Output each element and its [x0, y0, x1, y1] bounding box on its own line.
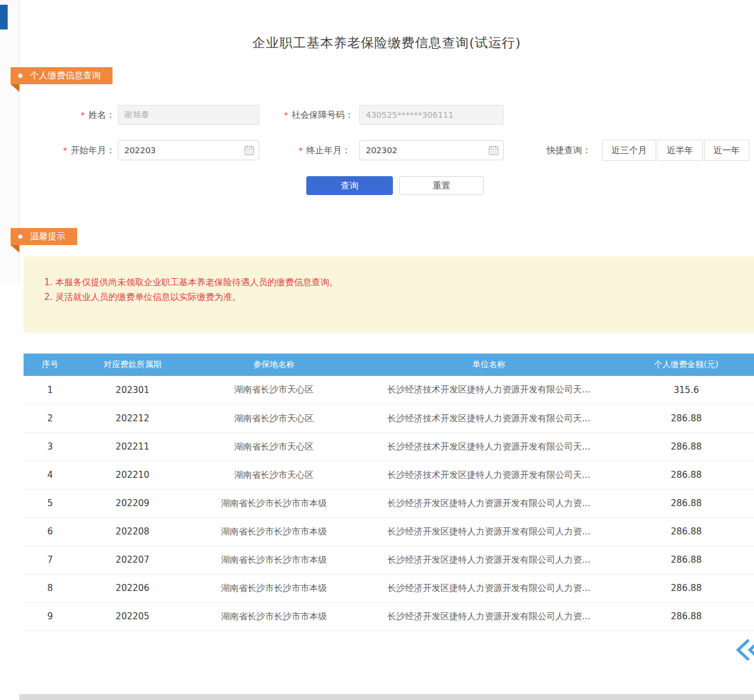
- table-cell: 286.88: [619, 574, 754, 602]
- table-cell: 202206: [77, 574, 188, 602]
- name-field: [118, 105, 259, 125]
- name-label: *姓名：: [53, 110, 115, 121]
- table-cell: 202208: [77, 517, 188, 546]
- quick-halfyear-button[interactable]: 近半年: [657, 140, 703, 161]
- table-cell: 长沙经济开发区捷特人力资源开发有限公司人力资...: [359, 602, 619, 630]
- table-cell: 202205: [77, 602, 188, 630]
- section-ribbon-query: 个人缴费信息查询: [11, 67, 113, 84]
- table-cell: 湖南省长沙市长沙市市本级: [188, 517, 359, 546]
- table-row: 8202206湖南省长沙市长沙市市本级长沙经济开发区捷特人力资源开发有限公司人力…: [24, 574, 754, 602]
- table-cell: 202210: [77, 461, 188, 489]
- table-cell: 长沙经济开发区捷特人力资源开发有限公司人力资...: [359, 574, 619, 602]
- table-cell: 202207: [77, 546, 188, 574]
- quick-query-group: 近三个月 近半年 近一年: [602, 140, 749, 161]
- left-nav-tab[interactable]: [0, 5, 8, 29]
- tips-notice-box: 1. 本服务仅提供尚未领取企业职工基本养老保险待遇人员的缴费信息查询。 2. 灵…: [24, 256, 754, 333]
- table-cell: 湖南省长沙市长沙市市本级: [188, 546, 359, 574]
- section-ribbon-tips-label: 温馨提示: [30, 231, 65, 242]
- required-marker: *: [284, 110, 288, 120]
- page-title: 企业职工基本养老保险缴费信息查询(试运行): [19, 34, 754, 52]
- table-cell: 202301: [77, 376, 188, 404]
- required-marker: *: [299, 146, 303, 155]
- table-cell: 202212: [77, 404, 188, 432]
- table-cell: 286.88: [619, 517, 754, 546]
- header-employer: 单位名称: [359, 354, 619, 376]
- table-cell: 286.88: [619, 461, 754, 489]
- calendar-icon[interactable]: [244, 145, 254, 156]
- payment-table: 序号 对应费款所属期 参保地名称 单位名称 个人缴费金额(元) 1202301湖…: [24, 354, 754, 631]
- table-cell: 湖南省长沙市天心区: [188, 404, 359, 432]
- table-row: 5202209湖南省长沙市长沙市市本级长沙经济开发区捷特人力资源开发有限公司人力…: [24, 489, 754, 517]
- required-marker: *: [81, 110, 85, 120]
- table-cell: 湖南省长沙市天心区: [188, 461, 359, 489]
- required-marker: *: [63, 146, 67, 155]
- table-cell: 2: [24, 404, 77, 432]
- table-row: 4202210湖南省长沙市天心区长沙经济技术开发区捷特人力资源开发有限公司天..…: [24, 461, 754, 489]
- table-cell: 长沙经济技术开发区捷特人力资源开发有限公司天...: [359, 461, 619, 489]
- tips-line: 1. 本服务仅提供尚未领取企业职工基本养老保险待遇人员的缴费信息查询。: [44, 275, 754, 290]
- table-cell: 4: [24, 461, 77, 489]
- table-cell: 长沙经济技术开发区捷特人力资源开发有限公司天...: [359, 376, 619, 404]
- table-cell: 202209: [77, 489, 188, 517]
- tips-line: 2. 灵活就业人员的缴费单位信息以实际缴费为准。: [44, 290, 754, 305]
- table-row: 1202301湖南省长沙市天心区长沙经济技术开发区捷特人力资源开发有限公司天..…: [24, 376, 754, 404]
- header-amount: 个人缴费金额(元): [619, 354, 754, 376]
- table-row: 9202205湖南省长沙市长沙市市本级长沙经济开发区捷特人力资源开发有限公司人力…: [24, 602, 754, 630]
- table-cell: 315.6: [619, 376, 754, 404]
- bottom-scroll-strip[interactable]: [19, 694, 754, 700]
- bullet-dot-icon: [18, 74, 22, 78]
- table-body: 1202301湖南省长沙市天心区长沙经济技术开发区捷特人力资源开发有限公司天..…: [24, 376, 754, 630]
- table-cell: 6: [24, 517, 77, 546]
- table-cell: 286.88: [619, 602, 754, 630]
- table-cell: 长沙经济开发区捷特人力资源开发有限公司人力资...: [359, 546, 619, 574]
- table-cell: 286.88: [619, 489, 754, 517]
- table-cell: 202211: [77, 432, 188, 461]
- table-cell: 9: [24, 602, 77, 630]
- quick-1year-button[interactable]: 近一年: [704, 140, 749, 161]
- table-cell: 长沙经济技术开发区捷特人力资源开发有限公司天...: [359, 404, 619, 432]
- table-row: 6202208湖南省长沙市长沙市市本级长沙经济开发区捷特人力资源开发有限公司人力…: [24, 517, 754, 546]
- table-cell: 5: [24, 489, 77, 517]
- table-cell: 286.88: [619, 432, 754, 461]
- header-period: 对应费款所属期: [77, 354, 188, 376]
- quick-query-label: 快捷查询：: [547, 145, 597, 156]
- table-header-row: 序号 对应费款所属期 参保地名称 单位名称 个人缴费金额(元): [24, 354, 754, 376]
- table-row: 3202211湖南省长沙市天心区长沙经济技术开发区捷特人力资源开发有限公司天..…: [24, 432, 754, 461]
- table-cell: 286.88: [619, 546, 754, 574]
- table-cell: 湖南省长沙市天心区: [188, 432, 359, 461]
- table-cell: 286.88: [619, 404, 754, 432]
- table-cell: 3: [24, 432, 77, 461]
- table-cell: 长沙经济开发区捷特人力资源开发有限公司人力资...: [359, 489, 619, 517]
- header-insured-place: 参保地名称: [188, 354, 359, 376]
- end-month-label: *终止年月：: [268, 145, 350, 156]
- table-row: 7202207湖南省长沙市长沙市市本级长沙经济开发区捷特人力资源开发有限公司人力…: [24, 546, 754, 574]
- table-cell: 长沙经济技术开发区捷特人力资源开发有限公司天...: [359, 432, 619, 461]
- ssn-field: [359, 105, 504, 125]
- table-cell: 湖南省长沙市长沙市市本级: [188, 489, 359, 517]
- bullet-dot-icon: [18, 235, 22, 239]
- start-month-field[interactable]: [118, 140, 259, 160]
- table-cell: 湖南省长沙市长沙市市本级: [188, 574, 359, 602]
- table-cell: 8: [24, 574, 77, 602]
- table-cell: 湖南省长沙市天心区: [188, 376, 359, 404]
- section-ribbon-tips: 温馨提示: [11, 228, 77, 245]
- collapse-chevron-icon[interactable]: [735, 638, 754, 662]
- table-cell: 1: [24, 376, 77, 404]
- ssn-label: *社会保障号码：: [268, 110, 353, 121]
- reset-button[interactable]: 重置: [399, 176, 484, 195]
- quick-3months-button[interactable]: 近三个月: [602, 140, 656, 161]
- table-cell: 长沙经济开发区捷特人力资源开发有限公司人力资...: [359, 517, 619, 546]
- calendar-icon[interactable]: [488, 145, 499, 156]
- query-button[interactable]: 查询: [306, 176, 393, 195]
- start-month-label: *开始年月：: [50, 145, 115, 156]
- end-month-field[interactable]: [359, 140, 504, 160]
- header-seq: 序号: [24, 354, 77, 376]
- section-ribbon-query-label: 个人缴费信息查询: [30, 70, 101, 81]
- table-row: 2202212湖南省长沙市天心区长沙经济技术开发区捷特人力资源开发有限公司天..…: [24, 404, 754, 432]
- table-cell: 湖南省长沙市长沙市市本级: [188, 602, 359, 630]
- pension-query-page: 企业职工基本养老保险缴费信息查询(试运行) 个人缴费信息查询 *姓名： *社会保…: [0, 0, 754, 700]
- table-cell: 7: [24, 546, 77, 574]
